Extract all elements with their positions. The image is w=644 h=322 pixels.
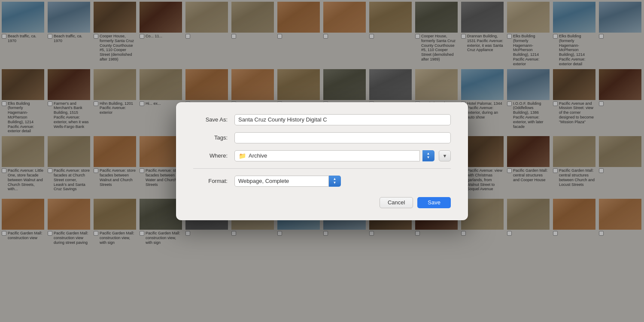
folder-icon: 📁 bbox=[238, 153, 246, 159]
where-row: Where: 📁 Archive ▲ ▼ ▼ bbox=[193, 150, 451, 161]
chevron-down-icon: ▼ bbox=[443, 153, 447, 158]
tags-row: Tags: bbox=[193, 132, 451, 143]
format-arrow-down-icon: ▼ bbox=[333, 181, 337, 185]
save-dialog: Save As: Tags: Where: 📁 Archive ▲ ▼ ▼ bbox=[176, 102, 468, 220]
format-value: Webpage, Complete bbox=[238, 178, 289, 184]
format-stepper[interactable]: ▲ ▼ bbox=[329, 176, 341, 187]
format-select[interactable]: Webpage, Complete bbox=[234, 176, 329, 187]
where-label: Where: bbox=[193, 152, 228, 159]
format-arrow-up-icon: ▲ bbox=[333, 177, 337, 181]
format-label: Format: bbox=[193, 178, 228, 184]
dialog-divider bbox=[193, 168, 451, 169]
where-arrow-up-icon: ▲ bbox=[427, 152, 430, 155]
format-row: Format: Webpage, Complete ▲ ▼ bbox=[193, 176, 451, 187]
where-stepper[interactable]: ▲ ▼ bbox=[422, 150, 434, 161]
cancel-button[interactable]: Cancel bbox=[380, 197, 413, 208]
where-select[interactable]: 📁 Archive bbox=[234, 150, 420, 161]
save-as-input[interactable] bbox=[234, 114, 451, 125]
format-selector-container: Webpage, Complete ▲ ▼ bbox=[234, 176, 341, 187]
tags-label: Tags: bbox=[193, 134, 228, 141]
modal-overlay: Save As: Tags: Where: 📁 Archive ▲ ▼ ▼ bbox=[0, 0, 644, 322]
buttons-row: Cancel Save bbox=[193, 197, 451, 208]
tags-input[interactable] bbox=[234, 132, 451, 143]
save-button[interactable]: Save bbox=[417, 197, 451, 208]
where-expand-button[interactable]: ▼ bbox=[439, 150, 451, 161]
save-as-row: Save As: bbox=[193, 114, 451, 125]
where-selector-container: 📁 Archive ▲ ▼ ▼ bbox=[234, 150, 451, 161]
where-value: Archive bbox=[249, 152, 267, 159]
save-as-label: Save As: bbox=[193, 116, 228, 123]
where-arrow-down-icon: ▼ bbox=[427, 156, 430, 159]
